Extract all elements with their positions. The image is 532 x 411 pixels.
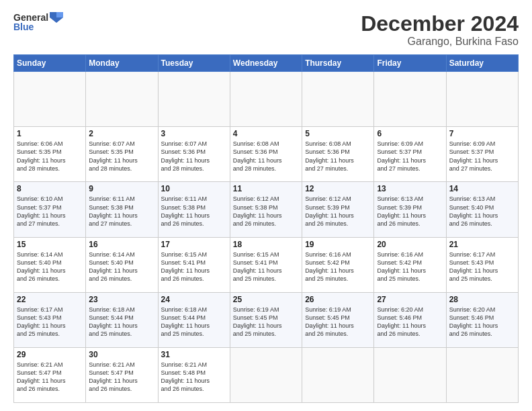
svg-marker-1 xyxy=(56,12,63,17)
calendar-cell: 9Sunrise: 6:11 AM Sunset: 5:38 PM Daylig… xyxy=(86,182,158,237)
calendar-cell xyxy=(302,347,374,402)
day-info: Sunrise: 6:18 AM Sunset: 5:44 PM Dayligh… xyxy=(161,306,227,338)
calendar-cell xyxy=(374,72,446,127)
day-number: 26 xyxy=(305,295,371,304)
logo-blue: Blue xyxy=(13,21,34,32)
page: General Blue December 2024 Garango, Burk… xyxy=(0,0,532,411)
title-block: December 2024 Garango, Burkina Faso xyxy=(361,12,519,48)
calendar-cell: 22Sunrise: 6:17 AM Sunset: 5:43 PM Dayli… xyxy=(14,292,86,347)
day-number: 25 xyxy=(233,295,299,304)
calendar-cell xyxy=(86,72,158,127)
day-info: Sunrise: 6:14 AM Sunset: 5:40 PM Dayligh… xyxy=(89,250,154,283)
day-info: Sunrise: 6:15 AM Sunset: 5:41 PM Dayligh… xyxy=(233,250,299,283)
day-number: 21 xyxy=(449,240,515,249)
col-wednesday: Wednesday xyxy=(230,55,302,72)
logo-chevron-icon xyxy=(50,12,63,23)
day-info: Sunrise: 6:10 AM Sunset: 5:37 PM Dayligh… xyxy=(17,195,83,228)
calendar-cell: 27Sunrise: 6:20 AM Sunset: 5:46 PM Dayli… xyxy=(374,292,446,347)
calendar-cell: 8Sunrise: 6:10 AM Sunset: 5:37 PM Daylig… xyxy=(14,182,86,237)
day-info: Sunrise: 6:08 AM Sunset: 5:36 PM Dayligh… xyxy=(233,140,299,173)
day-info: Sunrise: 6:14 AM Sunset: 5:40 PM Dayligh… xyxy=(17,250,83,283)
day-number: 31 xyxy=(161,350,227,359)
day-number: 4 xyxy=(233,129,299,138)
calendar-cell: 21Sunrise: 6:17 AM Sunset: 5:43 PM Dayli… xyxy=(446,237,518,292)
day-number: 29 xyxy=(17,350,83,359)
day-info: Sunrise: 6:20 AM Sunset: 5:46 PM Dayligh… xyxy=(449,306,515,338)
day-info: Sunrise: 6:16 AM Sunset: 5:42 PM Dayligh… xyxy=(377,250,443,283)
day-info: Sunrise: 6:13 AM Sunset: 5:39 PM Dayligh… xyxy=(377,195,443,228)
day-info: Sunrise: 6:12 AM Sunset: 5:38 PM Dayligh… xyxy=(233,195,299,228)
day-number: 22 xyxy=(17,295,83,304)
calendar-cell: 2Sunrise: 6:07 AM Sunset: 5:35 PM Daylig… xyxy=(86,127,158,182)
calendar-cell: 25Sunrise: 6:19 AM Sunset: 5:45 PM Dayli… xyxy=(230,292,302,347)
day-number: 17 xyxy=(161,240,227,249)
day-info: Sunrise: 6:18 AM Sunset: 5:44 PM Dayligh… xyxy=(89,306,154,338)
calendar-cell xyxy=(230,72,302,127)
calendar-cell xyxy=(158,72,230,127)
day-number: 28 xyxy=(449,295,515,304)
col-tuesday: Tuesday xyxy=(158,55,230,72)
calendar-cell: 30Sunrise: 6:21 AM Sunset: 5:47 PM Dayli… xyxy=(86,347,158,402)
calendar-cell: 10Sunrise: 6:11 AM Sunset: 5:38 PM Dayli… xyxy=(158,182,230,237)
logo: General Blue xyxy=(13,12,63,32)
day-number: 8 xyxy=(17,184,83,193)
calendar-cell xyxy=(302,72,374,127)
calendar-cell: 26Sunrise: 6:19 AM Sunset: 5:45 PM Dayli… xyxy=(302,292,374,347)
day-info: Sunrise: 6:11 AM Sunset: 5:38 PM Dayligh… xyxy=(161,195,227,228)
day-info: Sunrise: 6:11 AM Sunset: 5:38 PM Dayligh… xyxy=(89,195,154,228)
col-sunday: Sunday xyxy=(14,55,86,72)
calendar-title: December 2024 xyxy=(361,12,519,36)
calendar-week-row: 22Sunrise: 6:17 AM Sunset: 5:43 PM Dayli… xyxy=(14,292,519,347)
day-number: 16 xyxy=(89,240,154,249)
calendar-cell: 12Sunrise: 6:12 AM Sunset: 5:39 PM Dayli… xyxy=(302,182,374,237)
day-info: Sunrise: 6:08 AM Sunset: 5:36 PM Dayligh… xyxy=(305,140,371,173)
calendar-cell: 13Sunrise: 6:13 AM Sunset: 5:39 PM Dayli… xyxy=(374,182,446,237)
calendar-week-row: 1Sunrise: 6:06 AM Sunset: 5:35 PM Daylig… xyxy=(14,127,519,182)
col-thursday: Thursday xyxy=(302,55,374,72)
calendar-cell: 19Sunrise: 6:16 AM Sunset: 5:42 PM Dayli… xyxy=(302,237,374,292)
day-info: Sunrise: 6:19 AM Sunset: 5:45 PM Dayligh… xyxy=(233,306,299,338)
calendar-cell xyxy=(14,72,86,127)
calendar-header-row: Sunday Monday Tuesday Wednesday Thursday… xyxy=(14,55,519,72)
header: General Blue December 2024 Garango, Burk… xyxy=(13,12,519,48)
day-number: 18 xyxy=(233,240,299,249)
day-number: 13 xyxy=(377,184,443,193)
day-number: 19 xyxy=(305,240,371,249)
day-info: Sunrise: 6:21 AM Sunset: 5:47 PM Dayligh… xyxy=(17,361,83,394)
day-number: 9 xyxy=(89,184,154,193)
col-monday: Monday xyxy=(86,55,158,72)
day-number: 7 xyxy=(449,129,515,138)
calendar-cell: 4Sunrise: 6:08 AM Sunset: 5:36 PM Daylig… xyxy=(230,127,302,182)
calendar-cell xyxy=(446,347,518,402)
day-number: 1 xyxy=(17,129,83,138)
calendar-cell: 6Sunrise: 6:09 AM Sunset: 5:37 PM Daylig… xyxy=(374,127,446,182)
calendar-cell xyxy=(230,347,302,402)
day-info: Sunrise: 6:17 AM Sunset: 5:43 PM Dayligh… xyxy=(17,306,83,338)
day-number: 3 xyxy=(161,129,227,138)
calendar-cell xyxy=(374,347,446,402)
calendar-cell: 14Sunrise: 6:13 AM Sunset: 5:40 PM Dayli… xyxy=(446,182,518,237)
day-number: 14 xyxy=(449,184,515,193)
calendar-cell: 31Sunrise: 6:21 AM Sunset: 5:48 PM Dayli… xyxy=(158,347,230,402)
day-info: Sunrise: 6:13 AM Sunset: 5:40 PM Dayligh… xyxy=(449,195,515,228)
calendar-week-row xyxy=(14,72,519,127)
day-number: 15 xyxy=(17,240,83,249)
day-number: 24 xyxy=(161,295,227,304)
day-info: Sunrise: 6:20 AM Sunset: 5:46 PM Dayligh… xyxy=(377,306,443,338)
day-info: Sunrise: 6:19 AM Sunset: 5:45 PM Dayligh… xyxy=(305,306,371,338)
col-friday: Friday xyxy=(374,55,446,72)
day-info: Sunrise: 6:21 AM Sunset: 5:47 PM Dayligh… xyxy=(89,361,154,394)
calendar-week-row: 8Sunrise: 6:10 AM Sunset: 5:37 PM Daylig… xyxy=(14,182,519,237)
day-info: Sunrise: 6:12 AM Sunset: 5:39 PM Dayligh… xyxy=(305,195,371,228)
calendar-cell: 15Sunrise: 6:14 AM Sunset: 5:40 PM Dayli… xyxy=(14,237,86,292)
day-number: 6 xyxy=(377,129,443,138)
day-info: Sunrise: 6:15 AM Sunset: 5:41 PM Dayligh… xyxy=(161,250,227,283)
day-number: 11 xyxy=(233,184,299,193)
calendar-cell: 29Sunrise: 6:21 AM Sunset: 5:47 PM Dayli… xyxy=(14,347,86,402)
day-number: 12 xyxy=(305,184,371,193)
day-number: 30 xyxy=(89,350,154,359)
calendar-subtitle: Garango, Burkina Faso xyxy=(361,36,519,48)
day-number: 23 xyxy=(89,295,154,304)
calendar-cell: 11Sunrise: 6:12 AM Sunset: 5:38 PM Dayli… xyxy=(230,182,302,237)
calendar-table: Sunday Monday Tuesday Wednesday Thursday… xyxy=(13,54,519,403)
